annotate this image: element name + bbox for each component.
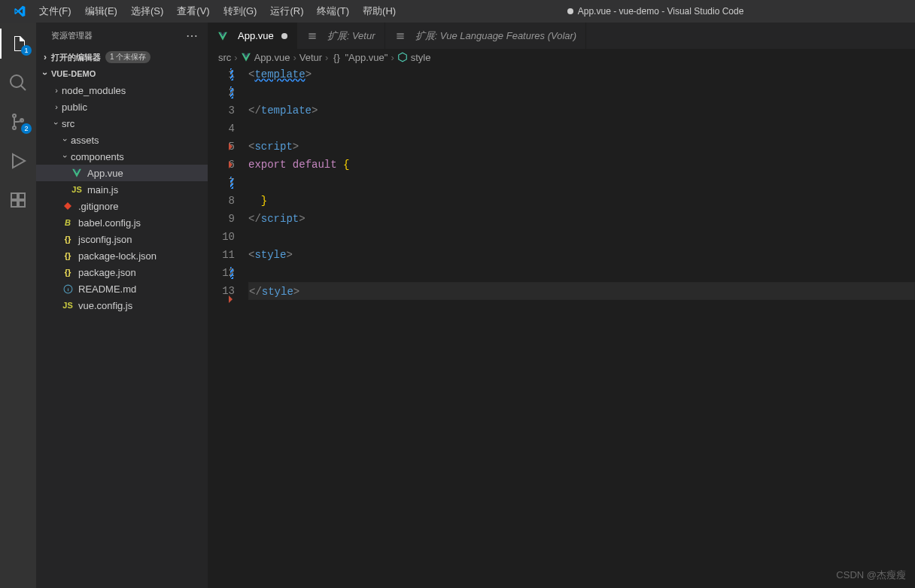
tree-item-label: components <box>71 151 124 162</box>
project-root-section[interactable]: › VUE-DEMO <box>36 65 208 82</box>
chevron-right-icon: › <box>391 52 394 63</box>
activity-scm[interactable]: 2 <box>0 107 36 137</box>
scm-badge: 2 <box>21 123 32 134</box>
tree-item-label: assets <box>71 135 99 146</box>
tree-item-jsconfig-json[interactable]: {}jsconfig.json <box>36 231 208 247</box>
line-number: 12 <box>208 264 235 282</box>
chevron-right-icon: › <box>51 102 62 111</box>
menu-help[interactable]: 帮助(H) <box>357 2 402 21</box>
chevron-right-icon: › <box>234 52 237 63</box>
js-icon: JS <box>71 183 83 195</box>
tree-item-label: .gitignore <box>78 201 118 212</box>
sidebar-more-icon[interactable]: ⋯ <box>186 29 199 43</box>
tree-item-package-lock-json[interactable]: {}package-lock.json <box>36 247 208 264</box>
tree-item-public[interactable]: ›public <box>36 99 208 115</box>
line-number: 5 <box>208 138 235 156</box>
tree-item-components[interactable]: ›components <box>36 148 208 165</box>
extensions-icon <box>9 191 27 209</box>
tree-item-label: package-lock.json <box>78 250 157 262</box>
tab-1[interactable]: 扩展: Vetur <box>297 23 385 49</box>
tree-item-label: package.json <box>78 267 136 278</box>
vue-icon <box>241 52 251 62</box>
json-icon: {} <box>62 250 74 262</box>
line-number-gutter: 12345678910111213 <box>208 65 248 588</box>
line-number: 6 <box>208 156 235 174</box>
menu-bar: 文件(F) 编辑(E) 选择(S) 查看(V) 转到(G) 运行(R) 终端(T… <box>33 2 402 21</box>
tree-item-label: README.md <box>78 283 136 295</box>
unsaved-badge: 1 个未保存 <box>105 51 150 63</box>
project-root-label: VUE-DEMO <box>51 69 96 78</box>
tree-item-label: node_modules <box>62 85 126 96</box>
tab-label: App.vue <box>238 30 274 41</box>
menu-file[interactable]: 文件(F) <box>33 2 78 21</box>
tree-item-vue-config-js[interactable]: JSvue.config.js <box>36 297 208 314</box>
code-line[interactable] <box>248 174 915 192</box>
menu-view[interactable]: 查看(V) <box>171 2 215 21</box>
tree-item-label: babel.config.js <box>78 217 141 229</box>
tree-item-label: vue.config.js <box>78 300 132 311</box>
tab-2[interactable]: 扩展: Vue Language Features (Volar) <box>385 23 587 49</box>
menu-go[interactable]: 转到(G) <box>217 2 263 21</box>
menu-run[interactable]: 运行(R) <box>264 2 309 21</box>
code-line[interactable]: <script> <box>248 138 915 156</box>
code-line[interactable]: </style> <box>248 282 915 300</box>
code-line[interactable]: <style> <box>248 246 915 264</box>
tree-item-main-js[interactable]: JSmain.js <box>36 181 208 198</box>
menu-terminal[interactable]: 终端(T) <box>311 2 355 21</box>
activity-extensions[interactable] <box>0 185 36 215</box>
tree-item-README-md[interactable]: README.md <box>36 280 208 297</box>
code-line[interactable]: <template> <box>248 65 915 83</box>
crumb-vetur[interactable]: Vetur <box>299 52 322 63</box>
git-icon <box>62 200 74 212</box>
tab-0[interactable]: App.vue <box>208 23 297 49</box>
debug-icon <box>9 152 27 170</box>
window-title-text: App.vue - vue-demo - Visual Studio Code <box>578 6 744 17</box>
menu-edit[interactable]: 编辑(E) <box>79 2 123 21</box>
open-editors-label: 打开的编辑器 <box>51 52 101 63</box>
crumb-appvue[interactable]: "App.vue" <box>345 52 388 63</box>
menu-selection[interactable]: 选择(S) <box>125 2 169 21</box>
code-line[interactable] <box>248 228 915 246</box>
line-number: 13 <box>208 282 235 300</box>
tree-item-label: public <box>62 102 87 113</box>
crumb-style[interactable]: style <box>411 52 431 63</box>
tree-item-node-modules[interactable]: ›node_modules <box>36 82 208 99</box>
open-editors-section[interactable]: › 打开的编辑器 1 个未保存 <box>36 49 208 65</box>
tab-label: 扩展: Vue Language Features (Volar) <box>415 29 577 43</box>
babel-icon: B <box>62 217 74 229</box>
tree-item-babel-config-js[interactable]: Bbabel.config.js <box>36 214 208 231</box>
code-editor[interactable]: 12345678910111213 <template> </template>… <box>208 65 915 588</box>
editor-tabs: App.vue扩展: Vetur扩展: Vue Language Feature… <box>208 23 915 49</box>
sidebar-explorer: 资源管理器 ⋯ › 打开的编辑器 1 个未保存 › VUE-DEMO ›node… <box>36 23 208 588</box>
line-number: 3 <box>208 102 235 120</box>
json-icon: {} <box>62 266 74 278</box>
code-content[interactable]: <template> </template> <script>export de… <box>248 65 915 588</box>
vue-icon <box>71 167 83 179</box>
activity-explorer[interactable]: 1 <box>0 29 36 59</box>
tree-item-assets[interactable]: ›assets <box>36 132 208 148</box>
code-line[interactable]: </script> <box>248 210 915 228</box>
sidebar-header: 资源管理器 ⋯ <box>36 23 208 49</box>
tree-item-App-vue[interactable]: App.vue <box>36 165 208 181</box>
tree-item--gitignore[interactable]: .gitignore <box>36 198 208 214</box>
breadcrumbs[interactable]: src › App.vue › Vetur › {} "App.vue" › s… <box>208 49 915 65</box>
activity-search[interactable] <box>0 68 36 98</box>
tree-item-src[interactable]: ›src <box>36 115 208 132</box>
chevron-down-icon: › <box>52 118 61 129</box>
file-tree: ›node_modules›public›src›assets›componen… <box>36 82 208 314</box>
tree-item-label: src <box>62 118 74 129</box>
code-line[interactable]: export default { <box>248 156 915 174</box>
activity-debug[interactable] <box>0 146 36 176</box>
code-line[interactable] <box>248 120 915 138</box>
search-icon <box>9 74 27 92</box>
vscode-logo-icon <box>14 5 26 17</box>
extension-icon <box>394 30 406 42</box>
code-line[interactable]: } <box>248 192 915 210</box>
tree-item-package-json[interactable]: {}package.json <box>36 264 208 280</box>
line-number: 4 <box>208 120 235 138</box>
code-line[interactable]: </template> <box>248 102 915 120</box>
crumb-src[interactable]: src <box>218 52 231 63</box>
crumb-file[interactable]: App.vue <box>254 52 290 63</box>
code-line[interactable] <box>248 264 915 282</box>
code-line[interactable] <box>248 83 915 102</box>
